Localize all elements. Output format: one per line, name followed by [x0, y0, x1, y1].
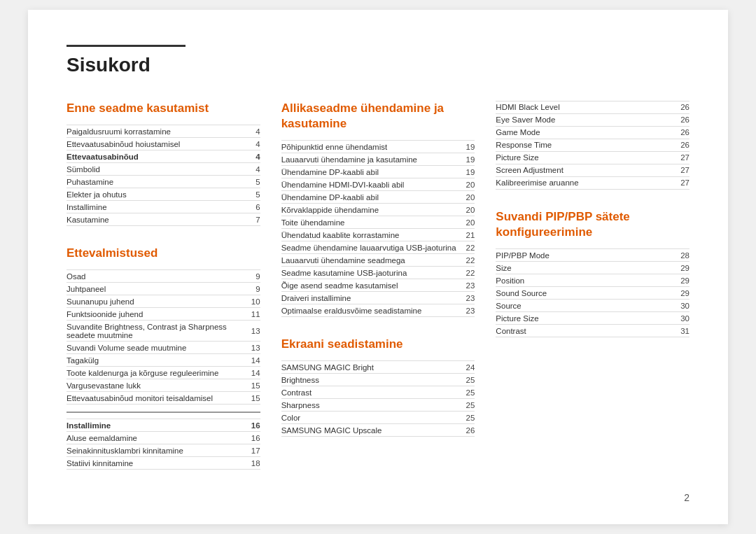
row-label: Suvandite Brightness, Contrast ja Sharpn… — [66, 321, 247, 342]
row-page: 26 — [664, 126, 690, 139]
table-row: Põhipunktid enne ühendamist19 — [281, 141, 475, 153]
table-row: Osad9 — [66, 270, 260, 283]
row-page: 16 — [241, 419, 260, 432]
row-label: Ettevaatusabinõud — [66, 150, 247, 163]
row-page: 25 — [453, 412, 475, 424]
row-page: 30 — [654, 312, 690, 325]
row-label: Picture Size — [496, 151, 664, 164]
table-row: HDMI Black Level26 — [496, 101, 690, 113]
row-label: Ettevaatusabinõud monitori teisaldamisel — [66, 392, 247, 405]
section-allikaseadme-table: Põhipunktid enne ühendamist19Lauaarvuti … — [281, 140, 475, 317]
row-label: SAMSUNG MAGIC Bright — [281, 361, 454, 374]
table-row: Installimine6 — [66, 201, 260, 213]
row-page: 27 — [664, 176, 690, 189]
row-label: Brightness — [281, 374, 454, 386]
row-label: Vargusevastane lukk — [66, 379, 247, 392]
row-page: 25 — [453, 374, 475, 386]
row-page: 19 — [461, 153, 475, 166]
row-label: Funktsioonide juhend — [66, 308, 247, 321]
table-row: Suvandi Volume seade muutmine13 — [66, 342, 260, 354]
row-label: Kalibreerimise aruanne — [496, 176, 664, 189]
table-row: Ettevaatusabinõud4 — [66, 150, 260, 163]
row-label: HDMI Black Level — [496, 101, 664, 113]
row-page: 27 — [664, 151, 690, 164]
row-page: 23 — [461, 279, 475, 292]
row-page: 10 — [247, 295, 260, 308]
table-row: Brightness25 — [281, 374, 475, 386]
row-label: Suvandi Volume seade muutmine — [66, 342, 247, 354]
row-page: 9 — [247, 270, 260, 283]
table-row: Seadme ühendamine lauaarvutiga USB-jaotu… — [281, 241, 475, 254]
row-label: Lauaarvuti ühendamine seadmega — [281, 254, 462, 267]
table-row: Suunanupu juhend10 — [66, 295, 260, 308]
table-row: Sound Source29 — [496, 287, 690, 300]
table-row: Statiivi kinnitamine18 — [66, 457, 260, 470]
row-page: 22 — [461, 267, 475, 279]
row-label: Seinakinnitusklambri kinnitamine — [66, 444, 241, 457]
section-pip-pbp-table: PIP/PBP Mode28Size29Position29Sound Sour… — [496, 248, 690, 337]
row-label: Õige asend seadme kasutamisel — [281, 279, 462, 292]
row-label: Ühendamine DP-kaabli abil — [281, 166, 462, 178]
table-row: Puhastamine5 — [66, 176, 260, 188]
column-3: HDMI Black Level26Eye Saver Mode26Game M… — [496, 101, 690, 489]
table-row: Vargusevastane lukk15 — [66, 379, 260, 392]
table-row: Position29 — [496, 274, 690, 287]
row-label: Sharpness — [281, 399, 454, 412]
row-page: 15 — [247, 392, 260, 405]
table-row: PIP/PBP Mode28 — [496, 249, 690, 262]
table-row: Source30 — [496, 300, 690, 312]
row-label: Juhtpaneel — [66, 283, 247, 295]
row-page: 15 — [247, 379, 260, 392]
row-label: Draiveri installimine — [281, 292, 462, 304]
row-page: 5 — [247, 176, 260, 188]
table-row: Game Mode26 — [496, 126, 690, 139]
row-label: Ühendamine HDMI-DVI-kaabli abil — [281, 178, 462, 191]
row-page: 4 — [247, 150, 260, 163]
column-2: Allikaseadme ühendamine ja kasutamine Põ… — [281, 101, 475, 489]
row-label: Contrast — [496, 325, 653, 337]
section-ekraani-title: Ekraani seadistamine — [281, 337, 475, 352]
row-page: 20 — [461, 216, 475, 229]
row-page: 31 — [654, 325, 690, 337]
row-page: 22 — [461, 254, 475, 267]
table-row: Color25 — [281, 412, 475, 424]
title-section: Sisukord — [66, 45, 690, 76]
table-row: Õige asend seadme kasutamisel23 — [281, 279, 475, 292]
section-col3-top: HDMI Black Level26Eye Saver Mode26Game M… — [496, 101, 690, 190]
title-bar — [66, 45, 186, 47]
row-label: Suunanupu juhend — [66, 295, 247, 308]
row-page: 25 — [453, 386, 475, 399]
table-row: Lauaarvuti ühendamine seadmega22 — [281, 254, 475, 267]
row-page: 26 — [664, 139, 690, 151]
table-row: Response Time26 — [496, 139, 690, 151]
table-row: Suvandite Brightness, Contrast ja Sharpn… — [66, 321, 260, 342]
row-page: 22 — [461, 241, 475, 254]
row-label: Ettevaatusabinõud hoiustamisel — [66, 138, 247, 150]
table-row: Screen Adjustment27 — [496, 164, 690, 176]
table-row: Picture Size27 — [496, 151, 690, 164]
row-label: Optimaalse eraldusvõime seadistamine — [281, 304, 462, 317]
table-row: Picture Size30 — [496, 312, 690, 325]
columns-wrapper: Enne seadme kasutamist Paigaldusruumi ko… — [66, 101, 690, 489]
row-label: Elekter ja ohutus — [66, 188, 247, 201]
row-page: 4 — [247, 138, 260, 150]
table-row: Contrast31 — [496, 325, 690, 337]
row-page: 19 — [461, 141, 475, 153]
row-page: 13 — [247, 321, 260, 342]
table-row: Lauaarvuti ühendamine ja kasutamine19 — [281, 153, 475, 166]
table-row: Ühendamine DP-kaabli abil19 — [281, 166, 475, 178]
page-number: 2 — [684, 492, 690, 503]
row-label: Seadme kasutamine USB-jaoturina — [281, 267, 462, 279]
section-ettevalmistused: Ettevalmistused Osad9Juhtpaneel9Suunanup… — [66, 246, 260, 470]
row-page: 13 — [247, 342, 260, 354]
row-page: 21 — [461, 229, 475, 241]
table-row: Toite ühendamine20 — [281, 216, 475, 229]
row-label: Paigaldusruumi korrastamine — [66, 125, 247, 138]
section-allikaseadme-title: Allikaseadme ühendamine ja kasutamine — [281, 101, 475, 132]
row-page: 25 — [453, 399, 475, 412]
row-page: 7 — [247, 213, 260, 226]
table-row: Ühendamine DP-kaabli abil20 — [281, 191, 475, 204]
table-row: Sharpness25 — [281, 399, 475, 412]
row-label: Kõrvaklappide ühendamine — [281, 204, 462, 216]
row-page: 5 — [247, 188, 260, 201]
